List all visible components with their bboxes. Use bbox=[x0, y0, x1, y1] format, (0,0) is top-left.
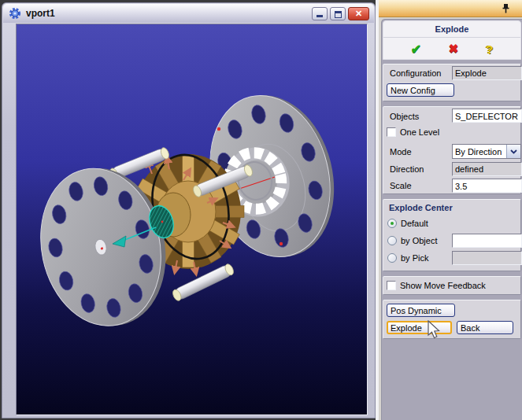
explode-dialog: Explode ✔ ✖ ? Configuration Explode New … bbox=[381, 19, 522, 420]
objects-section: Objects One Level Mode By Direction Dire… bbox=[383, 106, 521, 194]
radio-default[interactable] bbox=[387, 219, 397, 228]
direction-field: defined bbox=[452, 162, 522, 176]
maximize-icon bbox=[335, 11, 342, 18]
objects-label: Objects bbox=[390, 112, 419, 121]
gear-icon bbox=[9, 7, 21, 20]
minimize-icon bbox=[317, 15, 323, 17]
explode-center-section: Explode Center Default by Object by Pick bbox=[383, 199, 521, 271]
configuration-label: Configuration bbox=[390, 68, 441, 78]
center-mark bbox=[161, 221, 164, 223]
dialog-title: Explode bbox=[383, 21, 520, 38]
radio-default-label: Default bbox=[401, 219, 428, 228]
configuration-section: Configuration Explode New Config bbox=[383, 64, 521, 101]
one-level-checkbox[interactable] bbox=[387, 127, 396, 137]
exploded-assembly-scene bbox=[17, 24, 367, 414]
one-level-label: One Level bbox=[400, 127, 439, 137]
direction-label: Direction bbox=[390, 164, 424, 174]
radio-by-pick-label: by Pick bbox=[401, 253, 428, 263]
mode-label: Mode bbox=[390, 147, 412, 157]
scale-input[interactable] bbox=[452, 179, 522, 193]
window-title: vport1 bbox=[26, 8, 312, 19]
by-object-input[interactable] bbox=[452, 234, 522, 248]
radio-by-pick[interactable] bbox=[387, 253, 397, 263]
close-button[interactable]: ✕ bbox=[348, 7, 369, 20]
new-config-button[interactable]: New Config bbox=[387, 83, 454, 97]
show-move-feedback-checkbox[interactable] bbox=[387, 281, 396, 290]
marker-dot bbox=[280, 242, 283, 245]
feedback-section: Show Move Feedback bbox=[383, 276, 521, 295]
explode-panel: Explode ✔ ✖ ? Configuration Explode New … bbox=[379, 0, 522, 420]
chevron-down-icon bbox=[510, 149, 517, 154]
cancel-x-icon[interactable]: ✖ bbox=[449, 42, 459, 56]
show-move-feedback-label: Show Move Feedback bbox=[400, 281, 486, 290]
by-pick-field bbox=[452, 251, 522, 265]
explode-center-title: Explode Center bbox=[389, 203, 453, 212]
pos-dynamic-button[interactable]: Pos Dynamic bbox=[387, 304, 455, 317]
objects-input[interactable] bbox=[452, 109, 522, 123]
viewport-titlebar[interactable]: vport1 ✕ bbox=[3, 4, 374, 23]
marker-dot bbox=[217, 127, 220, 131]
viewport-3d-canvas[interactable] bbox=[16, 24, 368, 415]
mouse-cursor bbox=[427, 320, 441, 341]
dialog-header: Explode ✔ ✖ ? bbox=[383, 20, 521, 60]
confirm-check-icon[interactable]: ✔ bbox=[411, 42, 421, 57]
minimize-button[interactable] bbox=[312, 7, 328, 20]
radio-by-object[interactable] bbox=[387, 236, 397, 245]
close-icon: ✕ bbox=[355, 9, 362, 19]
dropdown-button[interactable] bbox=[506, 145, 520, 158]
back-button[interactable]: Back bbox=[457, 321, 513, 334]
mode-value: By Direction bbox=[453, 145, 506, 158]
explode-button[interactable]: Explode bbox=[387, 321, 452, 334]
actions-section: Pos Dynamic Explode Back bbox=[383, 300, 521, 339]
mode-dropdown[interactable]: By Direction bbox=[452, 144, 521, 159]
radio-by-object-label: by Object bbox=[401, 236, 437, 245]
configuration-field: Explode bbox=[452, 66, 522, 80]
panel-dock-bar[interactable] bbox=[379, 0, 522, 17]
scale-label: Scale bbox=[390, 181, 412, 190]
maximize-button[interactable] bbox=[330, 7, 346, 20]
viewport-window: vport1 ✕ bbox=[2, 2, 376, 418]
help-question-icon[interactable]: ? bbox=[486, 42, 493, 56]
pin-icon[interactable] bbox=[501, 2, 511, 14]
